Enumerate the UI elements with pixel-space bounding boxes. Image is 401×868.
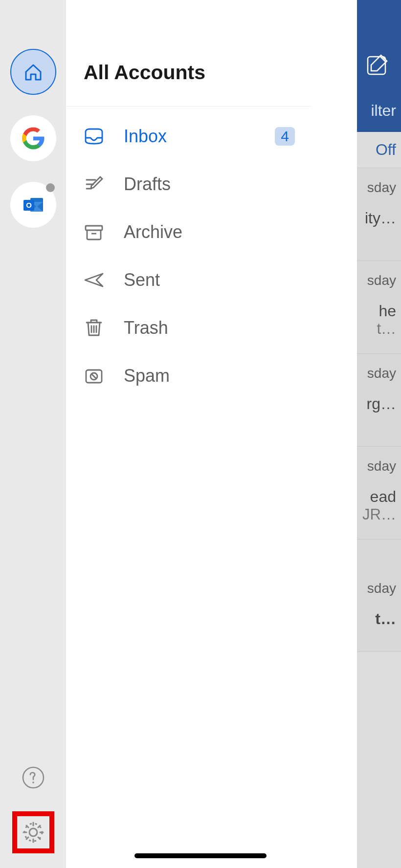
bg-message-row[interactable]: sday ity… (357, 168, 401, 261)
archive-icon (83, 221, 105, 243)
filter-label[interactable]: ilter (371, 102, 396, 120)
panel-header: All Accounts (66, 0, 312, 107)
compose-icon[interactable] (366, 54, 388, 76)
folder-panel: All Accounts Inbox 4 (66, 0, 312, 868)
folder-item-trash[interactable]: Trash (66, 304, 312, 352)
bg-message-row[interactable]: sday he t… (357, 261, 401, 354)
folder-item-archive[interactable]: Archive (66, 208, 312, 256)
background-inbox-peek: ilter Off sday ity… sday he t… sday rg… … (357, 0, 401, 868)
inbox-badge: 4 (275, 127, 295, 146)
panel-title: All Accounts (84, 61, 294, 84)
settings-highlight-box (12, 811, 54, 853)
svg-point-6 (29, 828, 37, 836)
folder-label: Spam (124, 366, 295, 386)
spam-icon (83, 365, 105, 387)
svg-point-5 (32, 781, 34, 783)
trash-icon (83, 317, 105, 339)
folder-item-spam[interactable]: Spam (66, 352, 312, 400)
folder-item-sent[interactable]: Sent (66, 256, 312, 304)
home-indicator[interactable] (134, 853, 267, 858)
folder-list: Inbox 4 Drafts (66, 107, 312, 400)
bg-message-row[interactable]: sday ead JR… (357, 447, 401, 540)
sent-icon (83, 269, 105, 291)
help-button[interactable] (21, 765, 45, 790)
folder-item-drafts[interactable]: Drafts (66, 160, 312, 208)
bg-header-bar: ilter (357, 0, 401, 132)
folder-label: Inbox (124, 126, 256, 147)
inbox-icon (83, 125, 105, 148)
home-account-button[interactable] (10, 49, 56, 95)
outlook-account-button[interactable]: O (10, 182, 56, 228)
account-rail: O (0, 0, 66, 868)
folder-label: Sent (124, 270, 295, 290)
folder-label: Archive (124, 222, 295, 242)
toggle-off-label[interactable]: Off (357, 132, 401, 168)
google-account-button[interactable] (10, 115, 56, 161)
navigation-drawer: O All Accounts (0, 0, 312, 868)
folder-label: Trash (124, 318, 295, 338)
bg-message-row[interactable]: sday t… (357, 540, 401, 652)
bg-message-row[interactable]: sday rg… (357, 354, 401, 447)
svg-text:O: O (26, 201, 32, 209)
drafts-icon (83, 173, 105, 195)
settings-button[interactable] (21, 820, 45, 845)
folder-item-inbox[interactable]: Inbox 4 (66, 112, 312, 160)
folder-label: Drafts (124, 174, 295, 195)
svg-rect-8 (86, 226, 102, 230)
status-dot-icon (46, 183, 55, 192)
bg-message-list: sday ity… sday he t… sday rg… sday ead J… (357, 168, 401, 652)
